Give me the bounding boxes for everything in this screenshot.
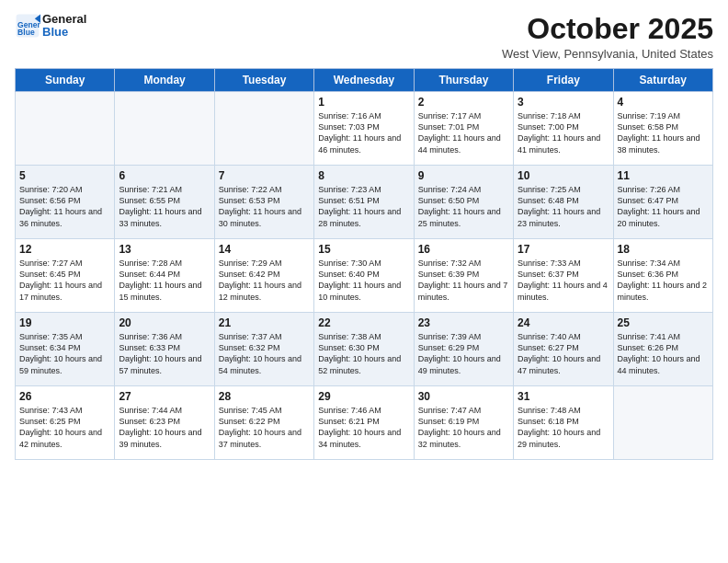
cell-info: Sunrise: 7:46 AM Sunset: 6:21 PM Dayligh…: [318, 405, 409, 450]
calendar-cell: [613, 386, 712, 460]
col-saturday: Saturday: [613, 69, 712, 92]
logo-line1: General: [42, 13, 86, 26]
calendar-cell: 19Sunrise: 7:35 AM Sunset: 6:34 PM Dayli…: [16, 313, 115, 386]
day-number: 20: [119, 316, 210, 329]
cell-info: Sunrise: 7:24 AM Sunset: 6:50 PM Dayligh…: [418, 184, 509, 229]
calendar-cell: 5Sunrise: 7:20 AM Sunset: 6:56 PM Daylig…: [16, 166, 115, 239]
cell-info: Sunrise: 7:30 AM Sunset: 6:40 PM Dayligh…: [318, 258, 409, 303]
calendar-cell: 18Sunrise: 7:34 AM Sunset: 6:36 PM Dayli…: [613, 239, 712, 313]
day-number: 16: [418, 243, 509, 256]
cell-info: Sunrise: 7:48 AM Sunset: 6:18 PM Dayligh…: [518, 405, 609, 450]
cell-info: Sunrise: 7:25 AM Sunset: 6:48 PM Dayligh…: [518, 184, 609, 229]
cell-info: Sunrise: 7:17 AM Sunset: 7:01 PM Dayligh…: [418, 110, 509, 155]
cell-info: Sunrise: 7:33 AM Sunset: 6:37 PM Dayligh…: [518, 258, 609, 303]
calendar-cell: 30Sunrise: 7:47 AM Sunset: 6:19 PM Dayli…: [414, 386, 513, 460]
day-number: 9: [418, 169, 509, 182]
calendar-header-row: Sunday Monday Tuesday Wednesday Thursday…: [16, 69, 713, 92]
calendar-cell: 6Sunrise: 7:21 AM Sunset: 6:55 PM Daylig…: [115, 166, 214, 239]
day-number: 29: [318, 390, 409, 403]
cell-info: Sunrise: 7:29 AM Sunset: 6:42 PM Dayligh…: [219, 258, 310, 303]
day-number: 3: [518, 96, 609, 109]
cell-info: Sunrise: 7:34 AM Sunset: 6:36 PM Dayligh…: [618, 258, 709, 303]
logo-icon: General Blue: [15, 13, 40, 39]
day-number: 4: [618, 96, 709, 109]
cell-info: Sunrise: 7:45 AM Sunset: 6:22 PM Dayligh…: [219, 405, 310, 450]
col-friday: Friday: [514, 69, 613, 92]
calendar-cell: 24Sunrise: 7:40 AM Sunset: 6:27 PM Dayli…: [514, 313, 613, 386]
cell-info: Sunrise: 7:20 AM Sunset: 6:56 PM Dayligh…: [19, 184, 110, 229]
cell-info: Sunrise: 7:21 AM Sunset: 6:55 PM Dayligh…: [119, 184, 210, 229]
col-thursday: Thursday: [414, 69, 513, 92]
day-number: 19: [19, 316, 110, 329]
calendar-cell: 3Sunrise: 7:18 AM Sunset: 7:00 PM Daylig…: [514, 92, 613, 166]
day-number: 15: [318, 243, 409, 256]
svg-text:Blue: Blue: [17, 28, 35, 37]
cell-info: Sunrise: 7:38 AM Sunset: 6:30 PM Dayligh…: [318, 331, 409, 376]
calendar-cell: 8Sunrise: 7:23 AM Sunset: 6:51 PM Daylig…: [314, 166, 414, 239]
calendar-cell: 26Sunrise: 7:43 AM Sunset: 6:25 PM Dayli…: [16, 386, 115, 460]
calendar-cell: 31Sunrise: 7:48 AM Sunset: 6:18 PM Dayli…: [514, 386, 613, 460]
col-sunday: Sunday: [16, 69, 115, 92]
calendar-cell: 28Sunrise: 7:45 AM Sunset: 6:22 PM Dayli…: [214, 386, 313, 460]
logo: General Blue General Blue: [15, 13, 86, 40]
logo-line2: Blue: [42, 26, 86, 39]
calendar-table: Sunday Monday Tuesday Wednesday Thursday…: [15, 68, 713, 460]
day-number: 30: [418, 390, 509, 403]
cell-info: Sunrise: 7:35 AM Sunset: 6:34 PM Dayligh…: [19, 331, 110, 376]
calendar-cell: 10Sunrise: 7:25 AM Sunset: 6:48 PM Dayli…: [514, 166, 613, 239]
day-number: 22: [318, 316, 409, 329]
calendar-cell: [214, 92, 313, 166]
cell-info: Sunrise: 7:44 AM Sunset: 6:23 PM Dayligh…: [119, 405, 210, 450]
calendar-cell: 25Sunrise: 7:41 AM Sunset: 6:26 PM Dayli…: [613, 313, 712, 386]
calendar-cell: 20Sunrise: 7:36 AM Sunset: 6:33 PM Dayli…: [115, 313, 214, 386]
page: General Blue General Blue October 2025 W…: [0, 0, 728, 563]
cell-info: Sunrise: 7:23 AM Sunset: 6:51 PM Dayligh…: [318, 184, 409, 229]
calendar-cell: [16, 92, 115, 166]
calendar-cell: 13Sunrise: 7:28 AM Sunset: 6:44 PM Dayli…: [115, 239, 214, 313]
title-block: October 2025 West View, Pennsylvania, Un…: [502, 13, 713, 61]
cell-info: Sunrise: 7:39 AM Sunset: 6:29 PM Dayligh…: [418, 331, 509, 376]
calendar-cell: 14Sunrise: 7:29 AM Sunset: 6:42 PM Dayli…: [214, 239, 313, 313]
day-number: 18: [618, 243, 709, 256]
calendar-cell: 27Sunrise: 7:44 AM Sunset: 6:23 PM Dayli…: [115, 386, 214, 460]
cell-info: Sunrise: 7:26 AM Sunset: 6:47 PM Dayligh…: [618, 184, 709, 229]
day-number: 13: [119, 243, 210, 256]
calendar-cell: 16Sunrise: 7:32 AM Sunset: 6:39 PM Dayli…: [414, 239, 513, 313]
location-subtitle: West View, Pennsylvania, United States: [502, 47, 713, 61]
day-number: 8: [318, 169, 409, 182]
day-number: 17: [518, 243, 609, 256]
day-number: 2: [418, 96, 509, 109]
calendar-cell: [115, 92, 214, 166]
cell-info: Sunrise: 7:28 AM Sunset: 6:44 PM Dayligh…: [119, 258, 210, 303]
header: General Blue General Blue October 2025 W…: [15, 13, 713, 61]
day-number: 12: [19, 243, 110, 256]
col-wednesday: Wednesday: [314, 69, 414, 92]
calendar-cell: 9Sunrise: 7:24 AM Sunset: 6:50 PM Daylig…: [414, 166, 513, 239]
day-number: 31: [518, 390, 609, 403]
day-number: 14: [219, 243, 310, 256]
day-number: 25: [618, 316, 709, 329]
day-number: 28: [219, 390, 310, 403]
day-number: 23: [418, 316, 509, 329]
cell-info: Sunrise: 7:22 AM Sunset: 6:53 PM Dayligh…: [219, 184, 310, 229]
cell-info: Sunrise: 7:40 AM Sunset: 6:27 PM Dayligh…: [518, 331, 609, 376]
day-number: 27: [119, 390, 210, 403]
calendar-cell: 11Sunrise: 7:26 AM Sunset: 6:47 PM Dayli…: [613, 166, 712, 239]
calendar-cell: 7Sunrise: 7:22 AM Sunset: 6:53 PM Daylig…: [214, 166, 313, 239]
day-number: 21: [219, 316, 310, 329]
cell-info: Sunrise: 7:47 AM Sunset: 6:19 PM Dayligh…: [418, 405, 509, 450]
day-number: 7: [219, 169, 310, 182]
cell-info: Sunrise: 7:18 AM Sunset: 7:00 PM Dayligh…: [518, 110, 609, 155]
day-number: 6: [119, 169, 210, 182]
col-tuesday: Tuesday: [214, 69, 313, 92]
day-number: 10: [518, 169, 609, 182]
calendar-cell: 12Sunrise: 7:27 AM Sunset: 6:45 PM Dayli…: [16, 239, 115, 313]
day-number: 5: [19, 169, 110, 182]
cell-info: Sunrise: 7:27 AM Sunset: 6:45 PM Dayligh…: [19, 258, 110, 303]
calendar-cell: 29Sunrise: 7:46 AM Sunset: 6:21 PM Dayli…: [314, 386, 414, 460]
calendar-cell: 17Sunrise: 7:33 AM Sunset: 6:37 PM Dayli…: [514, 239, 613, 313]
month-title: October 2025: [502, 13, 713, 45]
col-monday: Monday: [115, 69, 214, 92]
day-number: 11: [618, 169, 709, 182]
calendar-cell: 4Sunrise: 7:19 AM Sunset: 6:58 PM Daylig…: [613, 92, 712, 166]
